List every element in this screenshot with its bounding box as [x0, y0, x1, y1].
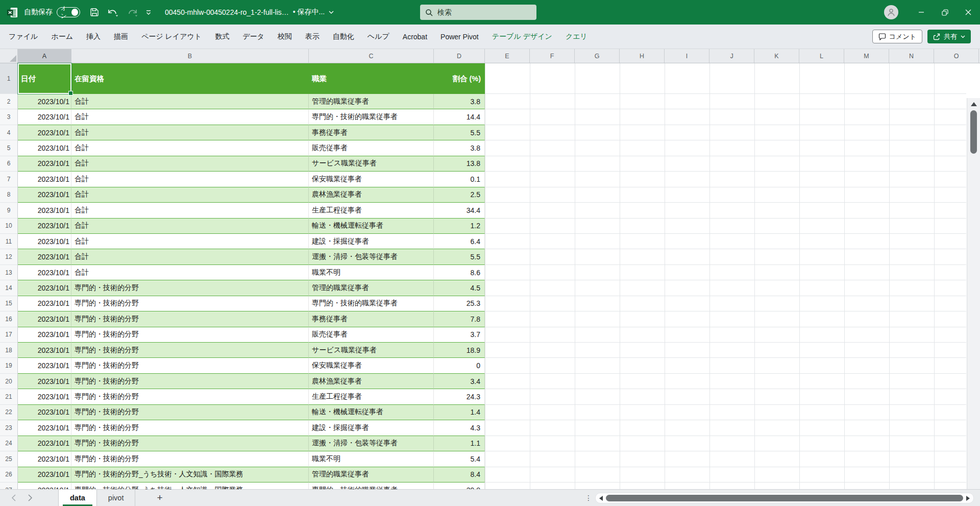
sheet-tab-data[interactable]: data — [58, 490, 97, 506]
cell-occupation[interactable]: 管理的職業従事者 — [309, 94, 434, 109]
cell-percent[interactable]: 18.9 — [434, 343, 485, 358]
cell-date[interactable]: 2023/10/1 — [18, 358, 71, 373]
cell-residence-status[interactable]: 専門的・技術的分野 — [71, 374, 309, 389]
cell-percent[interactable]: 0 — [434, 358, 485, 373]
column-header-M[interactable]: M — [844, 49, 889, 63]
cell-residence-status[interactable]: 専門的・技術的分野 — [71, 451, 309, 467]
scroll-left-arrow-icon[interactable] — [599, 496, 603, 501]
cell-residence-status[interactable]: 合計 — [71, 249, 309, 264]
row-header-21[interactable]: 21 — [0, 389, 18, 404]
cell-percent[interactable]: 13.8 — [434, 156, 485, 172]
cell-percent[interactable]: 2.5 — [434, 187, 485, 203]
cell-percent[interactable]: 0.1 — [434, 172, 485, 187]
row-header-15[interactable]: 15 — [0, 296, 18, 311]
row-header-17[interactable]: 17 — [0, 327, 18, 343]
row-header-3[interactable]: 3 — [0, 109, 18, 125]
cell-residence-status[interactable]: 専門的・技術的分野 — [71, 280, 309, 296]
row-header-10[interactable]: 10 — [0, 219, 18, 234]
cell-occupation[interactable]: 専門的・技術的職業従事者 — [309, 483, 434, 489]
vertical-scrollbar-thumb[interactable] — [970, 110, 977, 154]
vertical-scrollbar[interactable] — [967, 98, 980, 489]
empty-cells[interactable] — [485, 436, 966, 451]
cell-percent[interactable]: 1.4 — [434, 405, 485, 420]
save-button[interactable] — [89, 7, 100, 17]
restore-button[interactable] — [933, 0, 957, 25]
column-header-N[interactable]: N — [889, 49, 934, 63]
cell-date[interactable]: 2023/10/1 — [18, 172, 71, 187]
empty-cells[interactable] — [485, 451, 966, 467]
column-header-G[interactable]: G — [575, 49, 620, 63]
cell-date[interactable]: 2023/10/1 — [18, 125, 71, 140]
document-title[interactable]: 00450-mhlw-00450224-ro_1-2-full-lis… • 保… — [165, 8, 334, 17]
excel-app-icon[interactable] — [6, 6, 19, 19]
row-header-16[interactable]: 16 — [0, 311, 18, 327]
sheet-nav-right-icon[interactable] — [28, 494, 33, 501]
cell-occupation[interactable]: 職業不明 — [309, 265, 434, 280]
horizontal-scrollbar[interactable] — [595, 493, 974, 503]
cell-date[interactable]: 2023/10/1 — [18, 203, 71, 218]
cell-residence-status[interactable]: 合計 — [71, 234, 309, 249]
cell-date[interactable]: 2023/10/1 — [18, 405, 71, 420]
avatar[interactable] — [884, 5, 898, 19]
sheetbar-kebab-icon[interactable]: ⋮ — [585, 490, 592, 506]
empty-cells[interactable] — [485, 420, 966, 436]
row-header-14[interactable]: 14 — [0, 280, 18, 296]
row-header-13[interactable]: 13 — [0, 265, 18, 280]
ribbon-tab-挿入[interactable]: 挿入 — [80, 28, 107, 45]
cell-date[interactable]: 2023/10/1 — [18, 296, 71, 311]
cell-date[interactable]: 2023/10/1 — [18, 451, 71, 467]
cell-residence-status[interactable]: 専門的・技術的分野 — [71, 420, 309, 436]
cell-date[interactable]: 2023/10/1 — [18, 327, 71, 343]
cell-residence-status[interactable]: 合計 — [71, 156, 309, 172]
column-header-E[interactable]: E — [485, 49, 530, 63]
cell-percent[interactable]: 3.7 — [434, 327, 485, 343]
ribbon-tab-表示[interactable]: 表示 — [299, 28, 326, 45]
row-header-12[interactable]: 12 — [0, 249, 18, 264]
cell-residence-status[interactable]: 合計 — [71, 265, 309, 280]
row-header-24[interactable]: 24 — [0, 436, 18, 451]
empty-cells[interactable] — [485, 172, 966, 187]
cell-date[interactable]: 2023/10/1 — [18, 436, 71, 451]
autosave-toggle[interactable]: オン — [57, 7, 80, 17]
undo-button[interactable] — [107, 8, 119, 17]
empty-cells[interactable] — [485, 140, 966, 156]
cell-percent[interactable]: 25.3 — [434, 296, 485, 311]
cell-residence-status[interactable]: 合計 — [71, 94, 309, 109]
cell-occupation[interactable]: 販売従事者 — [309, 327, 434, 343]
select-all-corner[interactable] — [0, 49, 18, 63]
cell-occupation[interactable]: サービス職業従事者 — [309, 343, 434, 358]
column-header-F[interactable]: F — [530, 49, 575, 63]
empty-cells[interactable] — [485, 389, 966, 404]
empty-cells[interactable] — [485, 156, 966, 172]
row-header-8[interactable]: 8 — [0, 187, 18, 203]
column-header-O[interactable]: O — [934, 49, 979, 63]
ribbon-tab-数式[interactable]: 数式 — [208, 28, 236, 45]
cell-residence-status[interactable]: 専門的・技術的分野 — [71, 436, 309, 451]
row-header-27[interactable]: 27 — [0, 483, 18, 489]
cell-percent[interactable]: 5.4 — [434, 451, 485, 467]
column-header-B[interactable]: B — [71, 49, 309, 63]
cell-occupation[interactable]: 建設・採掘従事者 — [309, 420, 434, 436]
cell-occupation[interactable]: 運搬・清掃・包装等従事者 — [309, 249, 434, 264]
search-box[interactable] — [420, 5, 536, 20]
row-header-7[interactable]: 7 — [0, 172, 18, 187]
empty-cells[interactable] — [485, 467, 966, 483]
cell-residence-status[interactable]: 専門的・技術的分野 — [71, 358, 309, 373]
table-header-status[interactable]: 在留資格 — [71, 63, 309, 94]
empty-cells[interactable] — [485, 63, 966, 94]
close-button[interactable] — [957, 0, 980, 25]
cell-occupation[interactable]: 事務従事者 — [309, 311, 434, 327]
column-header-J[interactable]: J — [709, 49, 754, 63]
row-header-20[interactable]: 20 — [0, 374, 18, 389]
cell-date[interactable]: 2023/10/1 — [18, 483, 71, 489]
empty-cells[interactable] — [485, 203, 966, 218]
cell-date[interactable]: 2023/10/1 — [18, 94, 71, 109]
ribbon-tab-校閲[interactable]: 校閲 — [271, 28, 299, 45]
redo-button[interactable] — [126, 8, 138, 17]
cell-residence-status[interactable]: 合計 — [71, 109, 309, 125]
cell-percent[interactable]: 1.1 — [434, 436, 485, 451]
row-header-11[interactable]: 11 — [0, 234, 18, 249]
row-header-6[interactable]: 6 — [0, 156, 18, 172]
cell-occupation[interactable]: 管理的職業従事者 — [309, 467, 434, 483]
cell-percent[interactable]: 7.8 — [434, 311, 485, 327]
